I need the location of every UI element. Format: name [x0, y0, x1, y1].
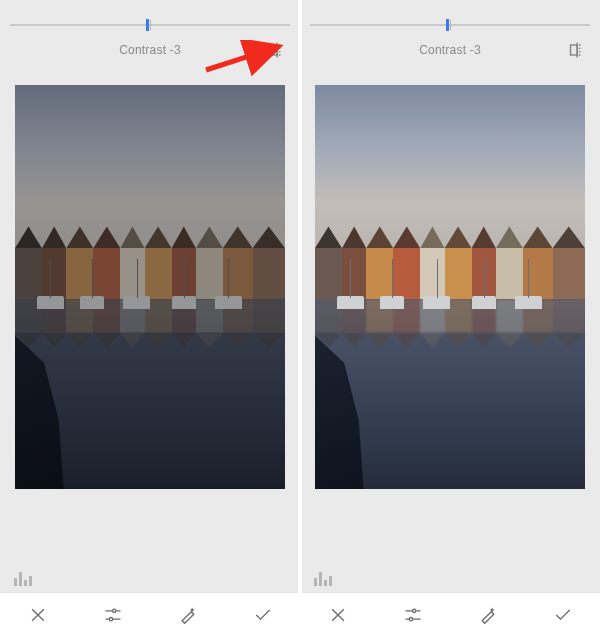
- tune-button[interactable]: [393, 595, 433, 635]
- svg-point-6: [409, 617, 412, 620]
- editor-pane-right: Contrast -3: [300, 0, 600, 636]
- compare-icon[interactable]: [268, 40, 288, 60]
- histogram-icon[interactable]: [314, 572, 334, 586]
- svg-rect-4: [571, 45, 578, 55]
- accept-button[interactable]: [243, 595, 283, 635]
- preview-image-after: [315, 85, 585, 489]
- adjustment-label: Contrast -3: [419, 43, 481, 57]
- compare-icon[interactable]: [568, 40, 588, 60]
- contrast-slider[interactable]: [0, 0, 300, 40]
- accept-button[interactable]: [543, 595, 583, 635]
- preview-image-before: [15, 85, 285, 489]
- contrast-slider[interactable]: [300, 0, 600, 40]
- slider-thumb[interactable]: [446, 19, 449, 31]
- bottom-toolbar: [0, 592, 300, 636]
- cancel-button[interactable]: [318, 595, 358, 635]
- bottom-toolbar: [300, 592, 600, 636]
- auto-enhance-button[interactable]: [168, 595, 208, 635]
- svg-point-5: [412, 609, 415, 612]
- cancel-button[interactable]: [18, 595, 58, 635]
- svg-rect-0: [271, 45, 278, 55]
- slider-thumb[interactable]: [146, 19, 149, 31]
- auto-enhance-button[interactable]: [468, 595, 508, 635]
- adjustment-label: Contrast -3: [119, 43, 181, 57]
- editor-pane-left: Contrast -3: [0, 0, 300, 636]
- histogram-icon[interactable]: [14, 572, 34, 586]
- tune-button[interactable]: [93, 595, 133, 635]
- svg-point-1: [112, 609, 115, 612]
- svg-point-2: [109, 617, 112, 620]
- pane-divider: [298, 0, 302, 636]
